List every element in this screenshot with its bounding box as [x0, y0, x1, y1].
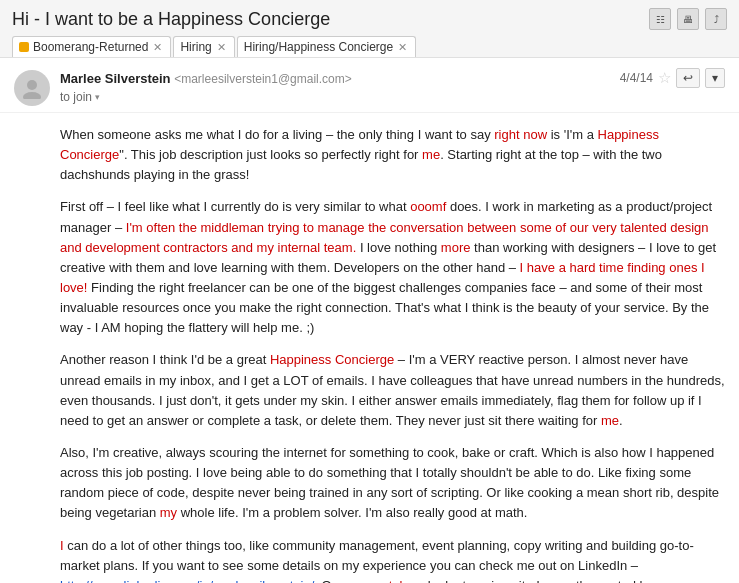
highlight-take: take: [389, 578, 414, 583]
sender-email: <marleesilverstein1@gmail.com>: [174, 72, 352, 86]
chevron-down-icon[interactable]: ▾: [95, 92, 100, 102]
close-tab-icon[interactable]: ✕: [398, 41, 407, 54]
to-join-line: to join ▾: [60, 90, 725, 104]
paragraph-1: When someone asks me what I do for a liv…: [60, 125, 725, 185]
email-body: When someone asks me what I do for a liv…: [0, 113, 739, 583]
email-container: Hi - I want to be a Happiness Concierge …: [0, 0, 739, 583]
grid-icon[interactable]: ☷: [649, 8, 671, 30]
header-bar: Hi - I want to be a Happiness Concierge …: [0, 0, 739, 58]
highlight-me-2: me: [601, 413, 619, 428]
linkedin-link[interactable]: http://www.linkedin.com/in/marleesilvers…: [60, 578, 314, 583]
svg-point-1: [23, 92, 41, 99]
tab-label: Hiring: [180, 40, 211, 54]
tab-label: Hiring/Happiness Concierge: [244, 40, 393, 54]
highlight-right-now: right now: [494, 127, 547, 142]
sender-line: Marlee Silverstein <marleesilverstein1@g…: [60, 68, 725, 88]
avatar: [14, 70, 50, 106]
sender-info: Marlee Silverstein <marleesilverstein1@g…: [60, 71, 352, 86]
tab-boomerang-returned[interactable]: Boomerang-Returned ✕: [12, 36, 171, 57]
email-meta: Marlee Silverstein <marleesilverstein1@g…: [60, 68, 725, 104]
highlight-my-whole-life: my: [160, 505, 177, 520]
title-row: Hi - I want to be a Happiness Concierge …: [12, 8, 727, 30]
highlight-more: more: [441, 240, 471, 255]
print-icon[interactable]: 🖶: [677, 8, 699, 30]
email-header: Marlee Silverstein <marleesilverstein1@g…: [0, 58, 739, 113]
close-tab-icon[interactable]: ✕: [217, 41, 226, 54]
email-date-area: 4/4/14 ☆ ↩ ▾: [620, 68, 725, 88]
reply-button[interactable]: ↩: [676, 68, 700, 88]
header-icons: ☷ 🖶 ⤴: [649, 8, 727, 30]
highlight-me-1: me: [422, 147, 440, 162]
sender-name: Marlee Silverstein: [60, 71, 171, 86]
to-join-label: to join: [60, 90, 92, 104]
highlight-happiness-concierge-1: Happiness Concierge: [60, 127, 659, 162]
more-actions-button[interactable]: ▾: [705, 68, 725, 88]
tab-hiring[interactable]: Hiring ✕: [173, 36, 234, 57]
highlight-hard-time: I have a hard time finding ones I love!: [60, 260, 705, 295]
page-title: Hi - I want to be a Happiness Concierge: [12, 9, 330, 30]
highlight-happiness-concierge-2: Happiness Concierge: [270, 352, 394, 367]
highlight-middleman: I'm often the middleman trying to manage…: [60, 220, 709, 255]
external-icon[interactable]: ⤴: [705, 8, 727, 30]
svg-point-0: [27, 80, 37, 90]
highlight-ooomf: ooomf: [410, 199, 446, 214]
paragraph-5: I can do a lot of other things too, like…: [60, 536, 725, 583]
highlight-i-can: I: [60, 538, 64, 553]
star-icon[interactable]: ☆: [658, 69, 671, 87]
tag-tabs: Boomerang-Returned ✕ Hiring ✕ Hiring/Hap…: [12, 36, 727, 57]
tab-hiring-happiness-concierge[interactable]: Hiring/Happiness Concierge ✕: [237, 36, 416, 57]
paragraph-4: Also, I'm creative, always scouring the …: [60, 443, 725, 524]
paragraph-2: First off – I feel like what I currently…: [60, 197, 725, 338]
tab-label: Boomerang-Returned: [33, 40, 148, 54]
email-date: 4/4/14: [620, 71, 653, 85]
paragraph-3: Another reason I think I'd be a great Ha…: [60, 350, 725, 431]
tag-icon: [19, 42, 29, 52]
close-tab-icon[interactable]: ✕: [153, 41, 162, 54]
